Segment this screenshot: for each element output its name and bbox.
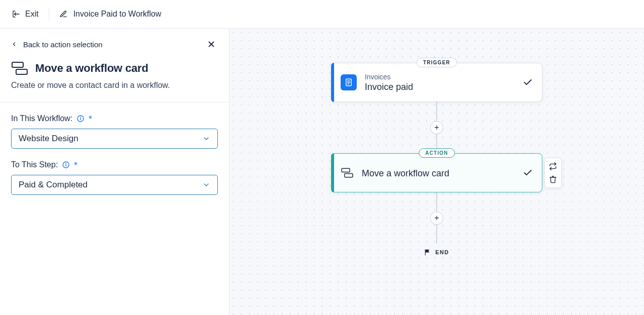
divider bbox=[49, 7, 49, 21]
required-indicator: * bbox=[74, 161, 77, 170]
swap-button[interactable] bbox=[548, 161, 558, 171]
svg-rect-16 bbox=[345, 173, 353, 177]
workflow-canvas[interactable]: TRIGGER Invoices Invoice paid bbox=[229, 29, 644, 315]
connector bbox=[436, 224, 437, 244]
workflow-name-button[interactable]: Invoice Paid to Workflow bbox=[59, 10, 162, 19]
end-marker: END bbox=[331, 249, 542, 256]
trigger-title: Invoice paid bbox=[365, 82, 515, 92]
move-card-icon bbox=[11, 61, 28, 76]
panel-description: Create or move a contact card in a workf… bbox=[11, 81, 218, 90]
exit-button[interactable]: Exit bbox=[12, 10, 39, 19]
flow-column: TRIGGER Invoices Invoice paid bbox=[331, 63, 542, 256]
back-button[interactable]: Back to action selection bbox=[11, 40, 103, 49]
node-toolbox bbox=[544, 158, 561, 188]
delete-button[interactable] bbox=[548, 174, 558, 184]
required-indicator: * bbox=[89, 115, 92, 124]
trigger-badge: TRIGGER bbox=[417, 58, 457, 67]
exit-label: Exit bbox=[25, 10, 39, 19]
panel-title: Move a workflow card bbox=[35, 62, 148, 75]
check-icon bbox=[523, 168, 533, 178]
workflow-select[interactable]: Website Design bbox=[11, 129, 218, 149]
back-label: Back to action selection bbox=[23, 40, 103, 49]
panel-header: Back to action selection bbox=[0, 29, 229, 102]
step-select-value: Paid & Completed bbox=[19, 180, 88, 190]
add-step-button[interactable]: + bbox=[430, 212, 443, 225]
svg-rect-3 bbox=[12, 62, 23, 67]
workflow-select-value: Website Design bbox=[19, 134, 78, 144]
trigger-category: Invoices bbox=[365, 73, 515, 81]
flag-icon bbox=[424, 249, 431, 256]
invoices-icon bbox=[341, 74, 357, 90]
close-icon bbox=[207, 40, 216, 49]
chevron-down-icon bbox=[202, 135, 210, 143]
svg-point-7 bbox=[80, 117, 81, 118]
action-title: Move a workflow card bbox=[362, 168, 515, 179]
action-node[interactable]: ACTION Move a workflow card bbox=[331, 153, 542, 192]
close-button[interactable] bbox=[205, 38, 218, 51]
info-icon[interactable] bbox=[62, 161, 70, 169]
side-panel: Back to action selection bbox=[0, 29, 229, 315]
swap-icon bbox=[549, 162, 557, 170]
chevron-down-icon bbox=[202, 181, 210, 189]
svg-rect-15 bbox=[342, 168, 350, 172]
accent-bar bbox=[331, 153, 334, 192]
trash-icon bbox=[549, 175, 557, 183]
step-select[interactable]: Paid & Completed bbox=[11, 175, 218, 195]
workflow-name-label: Invoice Paid to Workflow bbox=[73, 10, 162, 19]
svg-point-10 bbox=[66, 163, 66, 164]
field-step-label: To This Step: bbox=[11, 160, 58, 169]
trigger-node[interactable]: TRIGGER Invoices Invoice paid bbox=[331, 63, 542, 102]
connector bbox=[436, 192, 437, 213]
accent-bar bbox=[331, 63, 334, 102]
field-workflow: In This Workflow: * Website Design bbox=[11, 114, 218, 149]
info-icon[interactable] bbox=[76, 115, 85, 123]
check-icon bbox=[523, 77, 533, 87]
chevron-left-icon bbox=[11, 41, 17, 47]
end-label: END bbox=[435, 249, 449, 255]
connector bbox=[436, 102, 437, 122]
action-badge: ACTION bbox=[419, 148, 455, 158]
svg-rect-4 bbox=[16, 69, 27, 74]
field-workflow-label: In This Workflow: bbox=[11, 114, 72, 123]
pencil-icon bbox=[59, 10, 67, 18]
exit-icon bbox=[12, 10, 20, 18]
panel-body: In This Workflow: * Website Design bbox=[0, 102, 229, 217]
top-bar: Exit Invoice Paid to Workflow bbox=[0, 0, 644, 29]
add-step-button[interactable]: + bbox=[430, 121, 443, 134]
main-layout: Back to action selection bbox=[0, 29, 644, 315]
move-card-icon bbox=[341, 167, 354, 178]
field-step: To This Step: * Paid & Completed bbox=[11, 160, 218, 195]
